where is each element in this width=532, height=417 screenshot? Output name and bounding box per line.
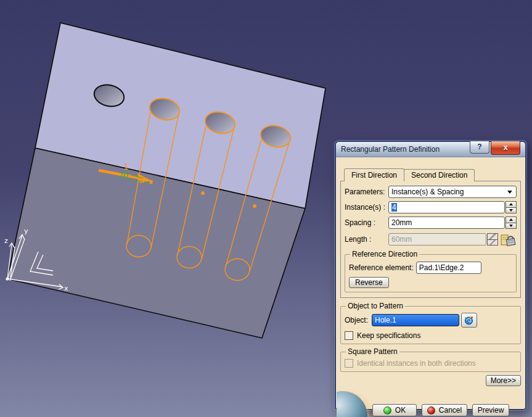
dialog-action-buttons: OK Cancel Preview (372, 404, 509, 416)
keep-specifications-checkbox[interactable] (345, 331, 353, 340)
rectangular-pattern-dialog: Rectangular Pattern Definition ? x First… (335, 141, 526, 410)
axis-origin-point[interactable] (6, 277, 9, 280)
tab-second-direction[interactable]: Second Direction (404, 169, 475, 181)
more-button[interactable]: More>> (486, 375, 521, 386)
cancel-red-sphere-icon (427, 407, 435, 415)
globe-icon (337, 391, 367, 417)
axis-x-label: x (64, 284, 68, 292)
instances-label: Instance(s) : (345, 203, 388, 212)
reference-element-value: Pad.1\Edge.2 (419, 263, 464, 272)
identical-instances-checkbox (345, 359, 353, 368)
spacing-input[interactable]: 20mm (388, 217, 505, 229)
ok-green-sphere-icon (383, 407, 391, 415)
chevron-down-icon (507, 191, 512, 194)
square-pattern-group: Square Pattern Identical instances in bo… (340, 347, 521, 372)
instances-value: 4 (391, 203, 397, 212)
reference-element-label: Reference element: (349, 263, 414, 272)
reference-direction-group: Reference Direction Reference element: P… (345, 250, 517, 292)
instances-stepper[interactable] (505, 201, 517, 213)
stepper-down-icon (505, 207, 517, 214)
reference-direction-title: Reference Direction (350, 250, 419, 258)
direction-tabs: First Direction Second Direction (344, 168, 521, 181)
length-input: 60mm (388, 233, 486, 246)
multi-selection-button[interactable] (461, 313, 477, 328)
reference-element-input[interactable]: Pad.1\Edge.2 (416, 262, 481, 274)
keep-specifications-row: Keep specifications (345, 331, 517, 340)
spacing-value: 20mm (391, 218, 412, 227)
ok-label: OK (395, 406, 406, 415)
first-direction-pane: Parameters: Instance(s) & Spacing Instan… (340, 181, 521, 298)
preview-label: Preview (478, 406, 504, 415)
length-stepper (487, 233, 498, 246)
length-row: Length : 60mm (345, 232, 517, 247)
cancel-button[interactable]: Cancel (422, 404, 467, 416)
lock-icon (500, 232, 517, 247)
object-input[interactable]: Hole.1 (372, 314, 459, 326)
length-label: Length : (345, 235, 388, 244)
parameters-row: Parameters: Instance(s) & Spacing (345, 186, 517, 198)
square-pattern-title: Square Pattern (346, 347, 399, 356)
catia-viewport: 1 20 z y x Rectangular (0, 0, 532, 417)
spacing-label: Spacing : (345, 218, 388, 227)
dialog-titlebar[interactable]: Rectangular Pattern Definition ? x (336, 142, 525, 157)
keep-specifications-label: Keep specifications (357, 331, 420, 340)
close-button[interactable]: x (491, 141, 520, 155)
object-value: Hole.1 (375, 316, 396, 324)
stepper-down-icon (505, 223, 517, 229)
cancel-label: Cancel (439, 406, 462, 415)
object-row: Object: Hole.1 (345, 313, 517, 328)
dialog-title: Rectangular Pattern Definition (341, 145, 440, 154)
help-button[interactable]: ? (470, 141, 489, 154)
spacing-row: Spacing : 20mm (345, 217, 517, 229)
identical-instances-label: Identical instances in both directions (357, 359, 476, 368)
parameters-dropdown[interactable]: Instance(s) & Spacing (388, 186, 517, 198)
length-value: 60mm (391, 235, 412, 244)
selection-swirl-icon (464, 315, 475, 325)
object-to-pattern-title: Object to Pattern (346, 302, 405, 310)
instances-input[interactable]: 4 (388, 201, 505, 213)
spacing-stepper[interactable] (505, 217, 517, 229)
ok-button[interactable]: OK (372, 404, 417, 416)
parameters-value: Instance(s) & Spacing (391, 188, 464, 196)
axis-z-label: z (4, 237, 8, 245)
object-label: Object: (345, 316, 372, 324)
object-to-pattern-group: Object to Pattern Object: Hole.1 (340, 302, 521, 344)
caption-buttons: ? x (470, 141, 520, 155)
dialog-content: First Direction Second Direction Paramet… (336, 168, 525, 417)
axis-y-label: y (24, 227, 28, 235)
reference-element-row: Reference element: Pad.1\Edge.2 (349, 262, 512, 274)
identical-instances-row: Identical instances in both directions (345, 359, 517, 368)
preview-button[interactable]: Preview (472, 404, 509, 416)
spacing-dimension-value: 20 (118, 170, 128, 180)
tab-first-direction[interactable]: First Direction (344, 168, 404, 181)
formula-lock-button[interactable] (500, 232, 517, 247)
reverse-button[interactable]: Reverse (349, 277, 389, 288)
parameters-label: Parameters: (345, 188, 388, 196)
instances-row: Instance(s) : 4 (345, 201, 517, 213)
